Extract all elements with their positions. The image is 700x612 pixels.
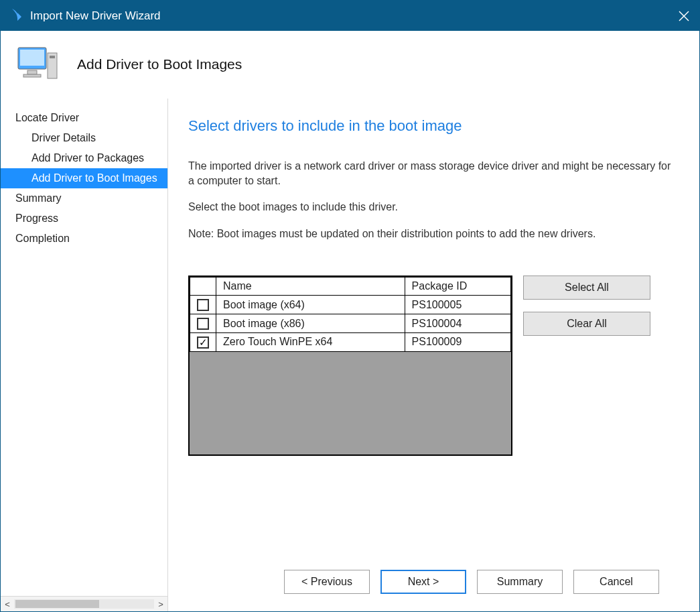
clear-all-button[interactable]: Clear All bbox=[523, 312, 650, 336]
sidebar-item[interactable]: Add Driver to Boot Images bbox=[1, 168, 167, 188]
wizard-arrow-icon bbox=[10, 7, 23, 24]
svg-rect-5 bbox=[50, 56, 55, 58]
instruction-text: Select the boot images to include this d… bbox=[188, 200, 679, 215]
previous-button[interactable]: < Previous bbox=[284, 570, 370, 594]
sidebar-item[interactable]: Add Driver to Packages bbox=[1, 148, 167, 168]
page-header-title: Add Driver to Boot Images bbox=[77, 56, 242, 72]
side-buttons: Select All Clear All bbox=[523, 276, 650, 456]
row-package-id: PS100004 bbox=[405, 314, 510, 333]
wizard-footer: < Previous Next > Summary Cancel bbox=[188, 555, 679, 611]
row-package-id: PS100009 bbox=[405, 332, 510, 351]
close-button[interactable] bbox=[678, 10, 690, 22]
row-package-id: PS100005 bbox=[405, 296, 510, 314]
titlebar: Import New Driver Wizard bbox=[1, 1, 699, 31]
summary-button[interactable]: Summary bbox=[477, 570, 563, 594]
instruction-text: The imported driver is a network card dr… bbox=[188, 159, 679, 188]
row-checkbox-cell[interactable] bbox=[190, 332, 216, 351]
sidebar-item[interactable]: Progress bbox=[1, 208, 167, 229]
wizard-body: Locate DriverDriver DetailsAdd Driver to… bbox=[1, 98, 699, 611]
sidebar-item[interactable]: Completion bbox=[1, 229, 167, 249]
column-checkbox bbox=[190, 278, 216, 296]
monitor-icon bbox=[17, 44, 60, 86]
row-name: Boot image (x86) bbox=[216, 314, 405, 333]
scroll-thumb[interactable] bbox=[15, 600, 99, 608]
main-panel: Select drivers to include in the boot im… bbox=[168, 99, 699, 611]
sidebar-list: Locate DriverDriver DetailsAdd Driver to… bbox=[1, 108, 167, 596]
scroll-track[interactable] bbox=[14, 599, 154, 609]
wizard-header: Add Driver to Boot Images bbox=[1, 31, 699, 98]
row-checkbox-cell[interactable] bbox=[190, 314, 216, 333]
svg-rect-3 bbox=[23, 74, 41, 77]
column-name[interactable]: Name bbox=[216, 278, 405, 296]
sidebar: Locate DriverDriver DetailsAdd Driver to… bbox=[1, 99, 168, 611]
checkbox-icon[interactable] bbox=[197, 336, 209, 349]
checkbox-icon[interactable] bbox=[197, 299, 209, 311]
sidebar-scrollbar[interactable]: < > bbox=[1, 596, 167, 611]
instruction-text: Note: Boot images must be updated on the… bbox=[188, 227, 679, 241]
row-name: Zero Touch WinPE x64 bbox=[216, 332, 405, 351]
instructions: The imported driver is a network card dr… bbox=[188, 159, 679, 253]
svg-rect-1 bbox=[20, 50, 44, 66]
sidebar-item[interactable]: Driver Details bbox=[1, 128, 167, 148]
select-all-button[interactable]: Select All bbox=[523, 276, 650, 300]
sidebar-item[interactable]: Summary bbox=[1, 188, 167, 208]
table-row[interactable]: Boot image (x64)PS100005 bbox=[190, 296, 511, 314]
window-title: Import New Driver Wizard bbox=[30, 9, 161, 23]
cancel-button[interactable]: Cancel bbox=[573, 570, 659, 594]
page-title: Select drivers to include in the boot im… bbox=[188, 117, 679, 135]
sidebar-item[interactable]: Locate Driver bbox=[1, 108, 167, 128]
table-row[interactable]: Zero Touch WinPE x64PS100009 bbox=[190, 332, 511, 351]
checkbox-icon[interactable] bbox=[197, 318, 209, 330]
row-name: Boot image (x64) bbox=[216, 296, 405, 314]
wizard-window: Import New Driver Wizard Add Driver to B… bbox=[0, 0, 700, 612]
row-checkbox-cell[interactable] bbox=[190, 296, 216, 314]
boot-image-grid: Name Package ID Boot image (x64)PS100005… bbox=[188, 276, 512, 456]
table-row[interactable]: Boot image (x86)PS100004 bbox=[190, 314, 511, 333]
scroll-right-icon[interactable]: > bbox=[154, 599, 167, 609]
table-area: Name Package ID Boot image (x64)PS100005… bbox=[188, 276, 679, 456]
next-button[interactable]: Next > bbox=[380, 570, 466, 594]
scroll-left-icon[interactable]: < bbox=[1, 599, 14, 609]
column-package-id[interactable]: Package ID bbox=[405, 278, 510, 296]
svg-rect-2 bbox=[27, 70, 37, 74]
